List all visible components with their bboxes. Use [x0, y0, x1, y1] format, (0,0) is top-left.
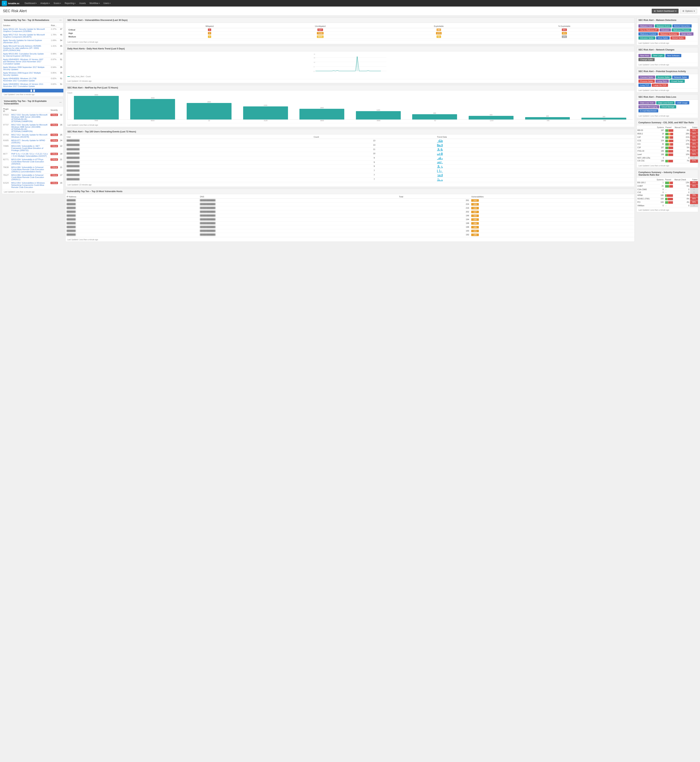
sec-suspicious-updated: Last Updated: Less than a minute ago: [637, 88, 698, 92]
tag-button[interactable]: Botnet Spike: [670, 36, 685, 40]
table-row[interactable]: Apply Windows 2008 September 2017 Multip…: [2, 66, 63, 71]
panel-sec-suspicious: SEC Risk Alert – Potential Suspicious Ac…: [636, 69, 698, 92]
tag-button[interactable]: Scan Spike: [680, 32, 694, 36]
malware-buttons: Malware VulnMalware EventBotnet Interact…: [637, 23, 698, 41]
table-row[interactable]: Apply Security Updates for Internet Expl…: [2, 39, 63, 44]
table-row[interactable]: 79638 MS14-066: Vulnerability in Schanne…: [2, 166, 63, 173]
nav-reporting[interactable]: Reporting▾: [63, 0, 77, 6]
tag-button[interactable]: New Host: [638, 54, 651, 57]
tag-button[interactable]: Botnet Interaction: [672, 24, 692, 28]
tag-button[interactable]: Malware Vuln: [638, 24, 654, 28]
panel-netflow: SEC Risk Alert – NetFlow by Port (Last 7…: [66, 85, 634, 127]
tag-button[interactable]: Intrusion: [659, 28, 671, 31]
table-row[interactable]: ███████ ████████████ 193 181: [66, 229, 634, 233]
gear-icon: ⚙: [683, 10, 684, 12]
table-row[interactable]: 91605 MS16-077: Security Update for WPAD…: [2, 139, 63, 144]
tag-button[interactable]: Cloud Storage: [660, 105, 676, 108]
tag-button[interactable]: Data Loss Vuln: [638, 101, 656, 105]
table-row: ██████████ 9: [66, 164, 634, 169]
nav-dashboard[interactable]: Dashboard▾: [23, 0, 39, 6]
table-row[interactable]: Apply MS16-120: Security Update for Micr…: [2, 27, 63, 33]
panel-netflow-header: SEC Risk Alert – NetFlow by Port (Last 7…: [66, 85, 634, 91]
tag-button[interactable]: Access Spike: [656, 75, 672, 79]
table-row[interactable]: Apply KB4048953: Windows 10 Version 1607…: [2, 58, 63, 66]
table-row[interactable]: Apply Windows 2008 August 2017 Multiple …: [2, 71, 63, 77]
tag-button[interactable]: Connect Spike: [638, 75, 655, 79]
table-row: ITSG-33 186 4% 61%: [637, 150, 698, 153]
netflow-bar: 600: [463, 114, 519, 120]
nav-workflow[interactable]: Workflow▾: [88, 0, 102, 6]
netflow-chart: 4000 3500 2800 2200 1800 1400 900 600 40…: [67, 94, 633, 120]
table-row[interactable]: ███████ ████████████ 216 199: [66, 206, 634, 210]
tag-button[interactable]: Malicious Content: [638, 32, 658, 36]
table-row[interactable]: ███████ ████████████ 224 209: [66, 203, 634, 206]
tag-button[interactable]: Out to Malicious IP: [638, 28, 659, 31]
table-row[interactable]: Apply MS15-065: Cumulative Security Upda…: [2, 52, 63, 58]
nav-assets[interactable]: Assets: [77, 0, 88, 6]
table-row[interactable]: Apply MS17-013: Security Update for Micr…: [2, 33, 63, 39]
table-row[interactable]: ███████ ████████████ 196 182: [66, 214, 634, 218]
tag-button[interactable]: Network Spike: [672, 75, 689, 79]
panel-sec-network: SEC Risk Alert – Network Changes New Hos…: [636, 47, 698, 67]
vuln-remediations-updated: Last Updated: Less than a minute ago: [2, 92, 63, 97]
table-row[interactable]: Apply KB4048952: Windows 10 Version 1511…: [2, 83, 63, 88]
svg-text:20: 20: [314, 57, 315, 58]
tag-button[interactable]: Crowd Surge: [669, 80, 685, 83]
netflow-bar: 900: [407, 112, 463, 120]
table-row[interactable]: 8677 PHP 5.4.x < 5.4.38 / 5.5.x < 5.5.22…: [2, 152, 63, 158]
tag-button[interactable]: Long TCP: [638, 84, 651, 87]
more-icon[interactable]: ⋯: [59, 19, 62, 22]
panel-sec-network-header: SEC Risk Alert – Network Changes: [637, 47, 698, 53]
table-row: VMWare 0 — 0 0: [637, 204, 698, 207]
sec-data-loss-updated: Last Updated: Less than a minute ago: [637, 114, 698, 118]
table-row[interactable]: ███████ ████████████ 194 180: [66, 218, 634, 222]
table-row[interactable]: ███████ ████████████ 192 180: [66, 233, 634, 237]
table-row[interactable]: 73985 MS14-026: Vulnerability in .NET Fr…: [2, 144, 63, 152]
tag-button[interactable]: Large Xtr TCP: [652, 84, 668, 87]
tag-button[interactable]: Change Spike: [638, 58, 655, 61]
table-row[interactable]: 97743 MS17-012: Security Update for Micr…: [2, 133, 63, 139]
table-row[interactable]: 61529 MS12-054: Vulnerabilities in Windo…: [2, 181, 63, 189]
table-row[interactable]: 82771 MS15-034: Vulnerability in HTTPsys…: [2, 158, 63, 166]
panel-compliance-industry: Compliance Summary – Industry Compliance…: [636, 170, 698, 212]
tag-button[interactable]: Malicious Process: [672, 28, 691, 31]
panel-sec-vulns: SEC Risk Alert – Vulnerabilities Discove…: [66, 17, 634, 44]
table-row[interactable]: ███████ ████████████ 198 186: [66, 225, 634, 229]
nav-scans[interactable]: Scans▾: [52, 0, 63, 6]
table-row[interactable]: ███████ ████████████ 198 186: [66, 222, 634, 225]
tag-button[interactable]: Malware Event: [655, 24, 672, 28]
tag-button[interactable]: Data Loss Event: [656, 101, 675, 105]
table-row: HIPAA 180 4% 79%: [637, 194, 698, 197]
tag-button[interactable]: New Software: [665, 54, 681, 57]
table-row[interactable]: Apply KB4048956: Windows 10 LTSB Novembe…: [2, 77, 63, 83]
tag-button[interactable]: Virus Spike: [656, 36, 670, 40]
table-row[interactable]: 79127 MS14-066: Vulnerability in Schanne…: [2, 173, 63, 181]
nav-analysis[interactable]: Analysis▾: [39, 0, 52, 6]
table-row: CAT 35 21% 40%: [637, 136, 698, 139]
chart-icon-bar[interactable]: ▐▌▐▌: [2, 89, 63, 92]
switch-dashboard-button[interactable]: ⊞ Switch Dashboard ▾: [652, 9, 678, 13]
table-row[interactable]: 97833 MS17-010: Security Update for Micr…: [2, 113, 63, 123]
tag-button[interactable]: Intrusion Spike: [638, 36, 655, 40]
tag-button[interactable]: Long-Term: [656, 80, 669, 83]
options-button[interactable]: ⚙ Options ▾: [680, 9, 697, 13]
table-row: CVE 0 — 0 0: [637, 191, 698, 194]
table-row[interactable]: 97737 MS17-010: Security Update for Micr…: [2, 123, 63, 133]
tag-button[interactable]: USB Usage: [675, 101, 689, 105]
netflow-bar: 2200: [238, 105, 294, 120]
table-row[interactable]: ███████ ████████████ 261 242: [66, 199, 634, 203]
panel-daily-host: Daily Host Alerts - Daily Host Alerts Tr…: [66, 46, 634, 83]
table-row[interactable]: ███████ ████████████ 202 187: [66, 210, 634, 214]
tag-button[interactable]: E-mail Attachment: [638, 109, 658, 112]
data-loss-buttons: Data Loss VulnData Loss EventUSB UsageIn…: [637, 100, 698, 114]
more-icon2[interactable]: ⋯: [59, 101, 62, 104]
panel-sec-suspicious-header: SEC Risk Alert – Potential Suspicious Ac…: [637, 69, 698, 74]
tag-button[interactable]: Process Spike: [638, 80, 655, 83]
table-row[interactable]: Apply Microsoft Security Advisory 402568…: [2, 44, 63, 52]
tag-button[interactable]: Malware Summary: [659, 32, 679, 36]
tag-button[interactable]: New Login: [652, 54, 665, 57]
sec-vulns-table: Mitigated Unmitigated Exploitable % Expl…: [67, 24, 633, 39]
nav-users[interactable]: Users▾: [102, 0, 112, 6]
netflow-bar: 1400: [350, 109, 406, 120]
tag-button[interactable]: Internet Messaging: [638, 105, 659, 108]
